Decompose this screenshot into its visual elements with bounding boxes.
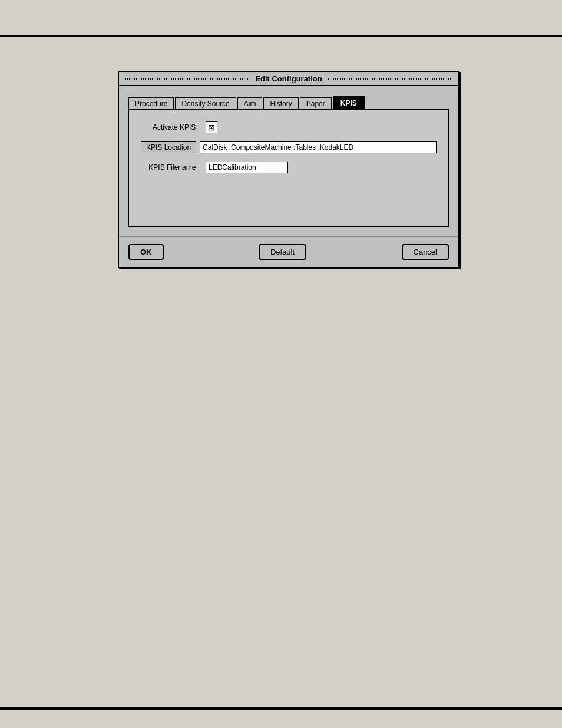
tab-density-source[interactable]: Density Source	[175, 97, 236, 110]
edit-configuration-dialog: Edit Configuration Procedure Density Sou…	[118, 71, 459, 268]
kpis-filename-input[interactable]	[206, 162, 288, 173]
tab-paper[interactable]: Paper	[300, 97, 332, 110]
top-divider	[0, 35, 562, 37]
kpis-location-button[interactable]: KPIS Location	[141, 141, 196, 153]
kpis-location-row: KPIS Location	[141, 141, 437, 153]
dialog-body: Procedure Density Source Aim History Pap…	[119, 86, 458, 236]
activate-kpis-label: Activate KPIS :	[141, 123, 200, 131]
dialog-footer: OK Default Cancel	[119, 236, 458, 267]
ok-button[interactable]: OK	[128, 244, 164, 260]
kpis-filename-label: KPIS Filename :	[141, 163, 200, 172]
tab-procedure[interactable]: Procedure	[128, 97, 174, 110]
tabs-row: Procedure Density Source Aim History Pap…	[128, 95, 449, 109]
bottom-divider	[0, 707, 562, 710]
tab-aim[interactable]: Aim	[237, 97, 263, 110]
cancel-button[interactable]: Cancel	[402, 244, 449, 260]
activate-kpis-checkbox[interactable]: ⊠	[206, 121, 217, 133]
dialog-titlebar: Edit Configuration	[119, 72, 458, 86]
tab-kpis[interactable]: KPIS	[333, 96, 365, 110]
kpis-location-input[interactable]	[200, 141, 437, 153]
kpis-filename-row: KPIS Filename :	[141, 162, 437, 173]
tab-history[interactable]: History	[263, 97, 298, 110]
dialog-title: Edit Configuration	[249, 74, 328, 83]
activate-kpis-row: Activate KPIS : ⊠	[141, 121, 437, 133]
tab-content-kpis: Activate KPIS : ⊠ KPIS Location KPIS Fil…	[128, 109, 449, 227]
default-button[interactable]: Default	[259, 244, 306, 260]
